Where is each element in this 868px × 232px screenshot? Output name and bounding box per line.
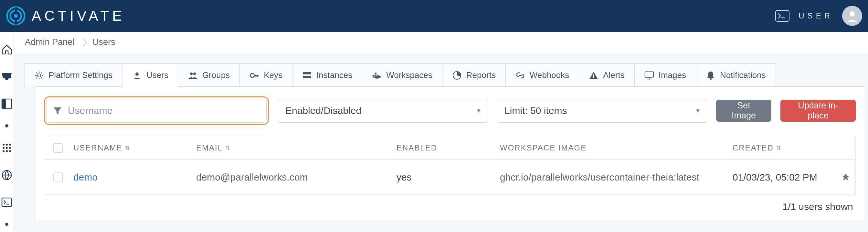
column-username[interactable]: USERNAME⇅ (73, 143, 196, 152)
user-icon (132, 70, 142, 80)
tab-label: Groups (202, 70, 230, 80)
group-icon (188, 70, 198, 80)
tabs: Platform Settings Users Groups Keys (24, 63, 868, 87)
svg-rect-31 (593, 75, 594, 77)
svg-rect-6 (2, 99, 6, 109)
tab-workspaces[interactable]: Workspaces (362, 63, 442, 87)
panel-icon[interactable] (0, 97, 13, 111)
svg-point-7 (3, 144, 4, 146)
sort-icon: ⇅ (776, 144, 782, 151)
svg-point-19 (37, 74, 41, 77)
breadcrumb-separator (82, 37, 92, 47)
tab-label: Users (146, 70, 168, 80)
tab-label: Alerts (603, 70, 624, 80)
tab-reports[interactable]: Reports (442, 63, 506, 87)
svg-rect-27 (375, 75, 377, 77)
svg-point-20 (135, 72, 138, 76)
cell-username[interactable]: demo (73, 172, 196, 183)
svg-rect-26 (373, 75, 375, 77)
column-label: USERNAME (73, 143, 122, 152)
user-label[interactable]: USER (799, 11, 833, 20)
grid-icon[interactable] (0, 141, 13, 155)
tab-label: Notifications (720, 70, 766, 80)
svg-point-15 (9, 150, 11, 152)
svg-point-11 (6, 147, 8, 149)
tab-platform-settings[interactable]: Platform Settings (24, 63, 122, 87)
username-filter-highlight (44, 96, 269, 125)
svg-rect-32 (593, 77, 594, 78)
key-icon (249, 70, 259, 80)
panel: Enabled/Disabled ▾ Limit: 50 items ▾ Set… (35, 86, 865, 220)
svg-point-13 (3, 150, 4, 152)
cell-enabled: yes (397, 172, 500, 183)
pie-icon (452, 70, 462, 80)
users-table: USERNAME⇅ EMAIL⇅ ENABLED WORKSPACE IMAGE… (44, 136, 856, 195)
alert-icon (589, 70, 598, 80)
column-label: ENABLED (397, 143, 437, 152)
column-label: CREATED (733, 143, 774, 152)
svg-rect-17 (2, 198, 12, 206)
terminal-icon[interactable] (775, 10, 789, 22)
cell-email: demo@parallelworks.com (196, 172, 397, 183)
svg-rect-29 (375, 72, 377, 75)
table-header: USERNAME⇅ EMAIL⇅ ENABLED WORKSPACE IMAGE… (44, 136, 856, 160)
tab-instances[interactable]: Instances (292, 63, 362, 87)
table-row: demo demo@parallelworks.com yes ghcr.io/… (44, 160, 856, 195)
svg-point-14 (6, 150, 8, 152)
home-icon[interactable] (0, 43, 13, 56)
globe-icon[interactable] (0, 168, 13, 182)
row-action-icon[interactable] (836, 172, 856, 182)
tab-keys[interactable]: Keys (240, 63, 292, 87)
link-icon (516, 70, 525, 80)
avatar[interactable] (842, 6, 862, 26)
monitor-icon (644, 70, 654, 80)
rail-dot[interactable] (5, 124, 8, 127)
rail-dot-2[interactable] (5, 223, 8, 226)
sort-icon: ⇅ (225, 144, 231, 151)
svg-point-21 (190, 72, 193, 75)
column-email[interactable]: EMAIL⇅ (196, 143, 397, 152)
tab-notifications[interactable]: Notifications (696, 63, 776, 87)
tab-label: Workspaces (386, 70, 432, 80)
tab-label: Keys (264, 70, 282, 80)
update-in-place-button[interactable]: Update in-place (780, 100, 856, 122)
gear-icon (34, 70, 44, 80)
tab-webhooks[interactable]: Webhooks (506, 63, 579, 87)
console-icon[interactable] (0, 196, 13, 209)
tab-alerts[interactable]: Alerts (579, 63, 634, 87)
tab-label: Webhooks (530, 70, 569, 80)
row-checkbox[interactable] (53, 172, 63, 182)
set-image-button[interactable]: Set Image (716, 100, 771, 122)
topbar-right: USER (775, 6, 862, 26)
breadcrumb-item-users[interactable]: Users (92, 37, 123, 47)
enabled-select-value: Enabled/Disabled (285, 105, 361, 116)
left-rail (0, 32, 14, 232)
chevron-down-icon: ▾ (696, 107, 700, 115)
tab-images[interactable]: Images (635, 63, 696, 87)
tab-groups[interactable]: Groups (178, 63, 240, 87)
breadcrumb-item-admin[interactable]: Admin Panel (25, 37, 82, 47)
limit-select[interactable]: Limit: 50 items ▾ (497, 99, 707, 123)
tab-label: Reports (466, 70, 496, 80)
username-filter[interactable] (46, 99, 267, 123)
svg-rect-24 (303, 72, 311, 75)
enabled-select[interactable]: Enabled/Disabled ▾ (278, 99, 488, 123)
svg-point-23 (250, 74, 254, 77)
select-all-checkbox[interactable] (53, 143, 63, 153)
svg-point-12 (9, 147, 11, 149)
column-workspace-image[interactable]: WORKSPACE IMAGE (500, 143, 733, 152)
topbar: ACTIVATE USER (0, 0, 868, 32)
inbox-icon[interactable] (0, 70, 13, 84)
column-enabled[interactable]: ENABLED (397, 143, 500, 152)
brand-name: ACTIVATE (32, 8, 125, 24)
column-created[interactable]: CREATED⇅ (733, 143, 836, 152)
svg-point-36 (710, 78, 712, 80)
breadcrumb: Admin Panel Users (14, 32, 868, 53)
svg-point-2 (14, 14, 18, 18)
svg-point-9 (9, 144, 11, 146)
svg-point-4 (849, 11, 855, 17)
username-input[interactable] (68, 105, 260, 116)
table-footer: 1/1 users shown (44, 195, 856, 214)
docker-icon (372, 70, 382, 80)
tab-users[interactable]: Users (122, 63, 178, 87)
